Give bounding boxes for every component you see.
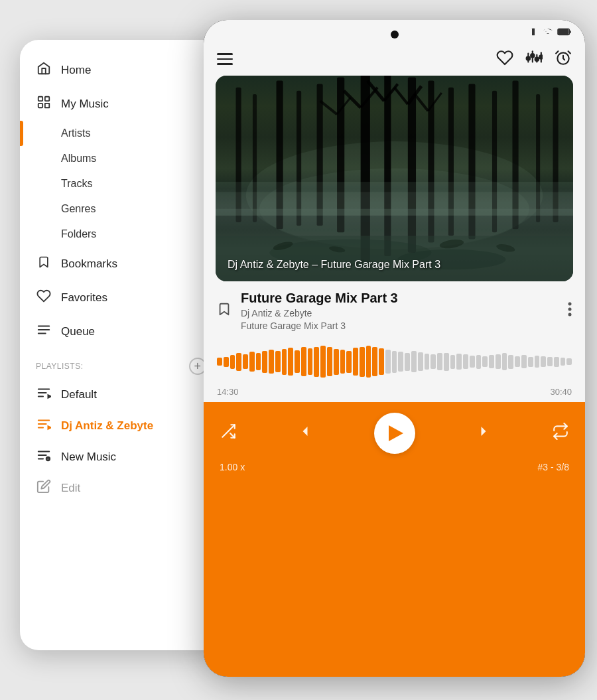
player-info: Future Garage Mix Part 3 Dj Antiz & Zeby…: [204, 281, 585, 335]
waveform-bar: [224, 357, 229, 367]
repeat-button[interactable]: [552, 423, 569, 444]
shuffle-button[interactable]: [220, 423, 237, 444]
sidebar: Home My Music Artists: [20, 40, 222, 650]
bookmark-icon: [36, 255, 52, 273]
svg-marker-13: [48, 425, 52, 430]
waveform-bar: [360, 347, 365, 377]
waveform-bar: [437, 353, 442, 370]
waveform-bar: [308, 348, 313, 376]
waveform-bar: [314, 347, 319, 377]
playlist-icon-new-music: [36, 448, 52, 466]
play-button[interactable]: [374, 413, 415, 454]
waveform-bar: [502, 353, 507, 370]
next-button[interactable]: [474, 422, 493, 445]
sidebar-label-queue: Queue: [61, 325, 95, 338]
previous-button[interactable]: [296, 422, 314, 445]
waveform-bar: [425, 354, 430, 370]
sidebar-item-edit[interactable]: Edit: [20, 472, 222, 504]
waveform-bar: [535, 356, 540, 368]
controls-row: [220, 413, 569, 454]
waveform-bar: [269, 350, 274, 374]
playlist-icon-dj-antiz: [36, 417, 52, 435]
waveform-bar: [411, 351, 417, 372]
sidebar-item-home[interactable]: Home: [20, 53, 222, 87]
album-art-text: Dj Antiz & Zebyte – Future Garage Mix Pa…: [216, 248, 452, 281]
waveform-bar: [398, 352, 403, 372]
waveform-bar: [418, 352, 423, 372]
sidebar-item-my-music[interactable]: My Music: [20, 87, 222, 121]
sidebar-sub-tracks[interactable]: Tracks: [20, 171, 222, 196]
queue-icon: [36, 322, 52, 340]
sidebar-label-edit: Edit: [61, 482, 80, 495]
favorites-icon[interactable]: [496, 49, 513, 69]
svg-point-30: [539, 55, 543, 58]
svg-rect-2: [38, 104, 42, 107]
waveform-bar: [476, 355, 482, 369]
waveform-container[interactable]: [204, 335, 585, 384]
waveform-bar: [508, 355, 513, 369]
player-bookmark-icon[interactable]: [217, 301, 232, 321]
sidebar-item-playlist-dj-antiz[interactable]: Dj Antiz & Zebyte: [20, 410, 222, 441]
svg-rect-0: [38, 97, 42, 101]
svg-marker-75: [303, 427, 308, 436]
sidebar-label-albums: Albums: [61, 153, 96, 164]
svg-point-71: [568, 307, 572, 311]
waveform-bar: [262, 351, 267, 373]
waveform-bar: [431, 354, 436, 370]
sidebar-item-favorites[interactable]: Favorites: [20, 281, 222, 315]
sidebar-sub-folders[interactable]: Folders: [20, 222, 222, 247]
waveform-bar: [249, 352, 255, 372]
home-icon: [36, 61, 52, 79]
sidebar-item-playlist-default[interactable]: Default: [20, 379, 222, 410]
waveform-bar: [256, 353, 261, 370]
player-title-block: Future Garage Mix Part 3 Dj Antiz & Zeby…: [241, 291, 559, 331]
playback-speed[interactable]: 1.00 x: [220, 462, 245, 472]
waveform-bar: [320, 346, 326, 378]
sidebar-sub-artists[interactable]: Artists: [20, 121, 222, 146]
camera-dot: [391, 31, 399, 38]
sidebar-label-tracks: Tracks: [61, 178, 92, 189]
svg-marker-9: [48, 394, 52, 399]
waveform: [217, 342, 572, 382]
waveform-bar: [282, 349, 287, 375]
svg-line-58: [415, 94, 428, 111]
album-art: Dj Antiz & Zebyte – Future Garage Mix Pa…: [216, 76, 573, 281]
waveform-bar: [444, 353, 449, 371]
waveform-bar: [346, 351, 352, 373]
sidebar-label-artists: Artists: [61, 127, 90, 139]
svg-rect-20: [532, 29, 535, 36]
svg-rect-22: [559, 29, 568, 34]
time-current: 14:30: [217, 387, 239, 397]
equalizer-icon[interactable]: [525, 49, 543, 69]
sidebar-item-bookmarks[interactable]: Bookmarks: [20, 247, 222, 281]
sidebar-item-queue[interactable]: Queue: [20, 315, 222, 348]
waveform-bar: [541, 356, 546, 368]
waveform-bar: [405, 353, 410, 371]
sidebar-item-playlist-new-music[interactable]: New Music: [20, 441, 222, 472]
waveform-bar: [554, 357, 559, 367]
waveform-bar: [236, 353, 241, 371]
music-library-icon: [36, 95, 52, 113]
waveform-bar: [275, 351, 281, 372]
waveform-bar: [566, 358, 572, 366]
waveform-bar: [470, 356, 475, 368]
waveform-bar: [379, 348, 384, 376]
artist-name: Dj Antiz & Zebyte: [241, 308, 559, 318]
sidebar-sub-albums[interactable]: Albums: [20, 146, 222, 171]
waveform-bar: [301, 347, 306, 376]
svg-line-52: [344, 91, 360, 107]
waveform-bar: [288, 348, 293, 376]
sidebar-sub-genres[interactable]: Genres: [20, 196, 222, 222]
waveform-bar: [366, 346, 371, 378]
phone-left: Home My Music Artists: [20, 40, 222, 650]
svg-point-27: [527, 56, 530, 60]
playlists-label: PLAYLISTS:: [36, 362, 83, 371]
menu-button[interactable]: [217, 53, 233, 65]
waveform-bar: [353, 348, 358, 376]
sidebar-label-folders: Folders: [61, 228, 96, 240]
more-options-icon[interactable]: [568, 301, 572, 321]
sidebar-label-favorites: Favorites: [61, 291, 107, 305]
waveform-bar: [547, 357, 553, 366]
waveform-bar: [327, 347, 332, 376]
alarm-icon[interactable]: [555, 49, 572, 69]
